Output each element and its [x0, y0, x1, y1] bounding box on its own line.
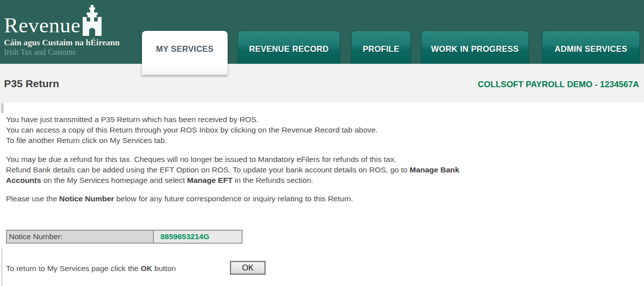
- confirmation-line-1: You have just transmitted a P35 Return w…: [6, 114, 378, 125]
- main-content: You have just transmitted a P35 Return w…: [0, 103, 644, 286]
- revenue-castle-icon: [80, 5, 105, 38]
- ok-bold: OK: [141, 264, 152, 273]
- tab-revenue-record[interactable]: REVENUE RECORD: [238, 31, 340, 64]
- page-title: P35 Return: [4, 78, 59, 90]
- tab-work-in-progress[interactable]: WORK IN PROGRESS: [421, 31, 529, 64]
- refund-line-2: Refund Bank details can be added using t…: [6, 164, 459, 175]
- notice-number-value: 8859653214G: [154, 231, 242, 243]
- confirmation-line-2: You can access a copy of this Return thr…: [6, 125, 378, 135]
- ok-button[interactable]: OK: [230, 261, 265, 275]
- notice-instruction-text2: below for any future correspondence or i…: [114, 194, 353, 203]
- tab-admin-services-label: ADMIN SERVICES: [554, 44, 627, 54]
- return-instruction-text1: To return to My Services page click the: [6, 264, 141, 273]
- notice-number-bold: Notice Number: [59, 194, 114, 203]
- tab-work-in-progress-label: WORK IN PROGRESS: [431, 44, 518, 54]
- return-instruction-text2: button: [152, 264, 176, 273]
- ros-page: Revenue Cáin agus Custa: [0, 0, 644, 286]
- tab-revenue-record-label: REVENUE RECORD: [249, 44, 329, 54]
- logo-subtitle-english: Irish Tax and Customs: [4, 48, 76, 57]
- confirmation-line-3: To file another Return click on My Servi…: [6, 135, 378, 145]
- header-bar: Revenue Cáin agus Custa: [0, 0, 644, 64]
- logo-subtitle-irish: Cáin agus Custaim na hÉireann: [4, 38, 120, 48]
- tab-profile-label: PROFILE: [363, 44, 399, 54]
- confirmation-paragraph: You have just transmitted a P35 Return w…: [6, 114, 378, 145]
- refund-line-3-text2: in the Refunds section.: [233, 176, 313, 184]
- manage-eft-bold: Manage EFT: [187, 176, 233, 184]
- refund-paragraph: You may be due a refund for this tax. Ch…: [6, 154, 459, 185]
- frame-scrollbar-artifact-top: [1, 103, 3, 113]
- revenue-brand-text: Revenue: [4, 13, 81, 37]
- notice-instruction-paragraph: Please use the Notice Number below for a…: [6, 193, 353, 204]
- tab-my-services-label: MY SERVICES: [156, 44, 213, 54]
- return-instruction: To return to My Services page click the …: [6, 263, 176, 274]
- refund-line-3-text1: on the My Services homepage and select: [41, 176, 187, 184]
- notice-number-table: Notice Number: 8859653214G: [6, 230, 243, 244]
- refund-line-2-text: Refund Bank details can be added using t…: [6, 165, 409, 174]
- tab-admin-services[interactable]: ADMIN SERVICES: [542, 31, 640, 64]
- account-name: COLLSOFT PAYROLL DEMO - 1234567A: [478, 80, 639, 90]
- manage-bank-bold: Manage Bank: [409, 165, 459, 174]
- revenue-logo: Revenue Cáin agus Custa: [4, 2, 133, 62]
- tab-profile[interactable]: PROFILE: [351, 31, 411, 64]
- refund-line-1: You may be due a refund for this tax. Ch…: [6, 154, 459, 164]
- title-band: P35 Return COLLSOFT PAYROLL DEMO - 12345…: [0, 64, 644, 103]
- frame-scrollbar-artifact-bottom: [1, 249, 2, 286]
- tab-my-services[interactable]: MY SERVICES: [142, 31, 228, 75]
- notice-instruction-text1: Please use the: [6, 194, 59, 203]
- accounts-bold: Accounts: [6, 176, 41, 184]
- notice-number-label: Notice Number:: [7, 231, 154, 243]
- refund-line-3: Accounts on the My Services homepage and…: [6, 175, 459, 185]
